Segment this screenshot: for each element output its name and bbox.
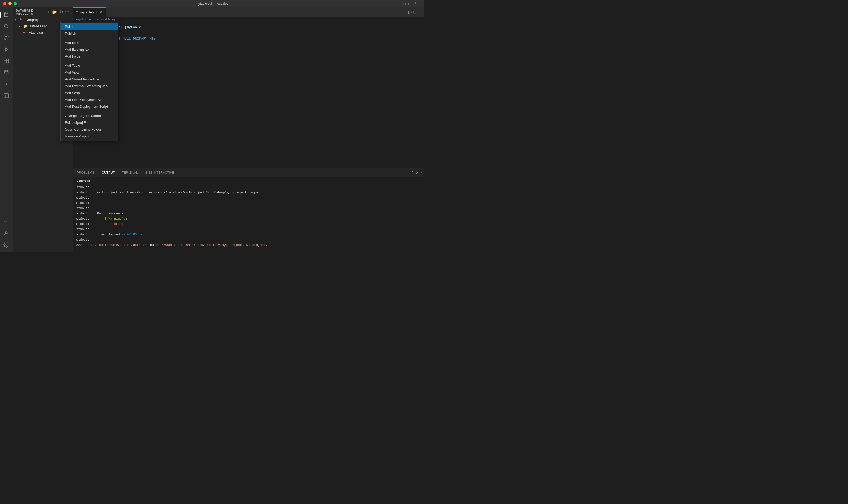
sidebar-title: DATABASE PROJECTS (16, 9, 47, 15)
breadcrumb-file[interactable]: mytable.sql (99, 18, 116, 21)
svg-rect-14 (4, 61, 6, 63)
editor-area: ≡ mytable.sql ✕ ▷ ⊞ ⋯ mydbproject › ≡ my… (73, 7, 424, 252)
menu-item-publish[interactable]: Publish (61, 30, 118, 37)
menu-item-add-post-deploy[interactable]: Add Post-Deployment Script (61, 103, 118, 110)
sql-tab-icon: ≡ (76, 10, 78, 14)
split-editor-icon[interactable]: ⊞ (408, 2, 411, 6)
database-folder-label: Database R... (29, 24, 50, 28)
activity-run-debug[interactable] (1, 44, 12, 55)
menu-item-add-table[interactable]: Add Table (61, 62, 118, 69)
svg-marker-10 (5, 48, 8, 51)
panel-output-content: ▾ OUTPUT stdout: stdout: mydbproject -> … (73, 177, 424, 252)
minimize-button[interactable] (8, 2, 12, 5)
tab-bar-actions[interactable]: ▷ ⊞ ⋯ (408, 7, 424, 17)
menu-item-add-pre-deploy[interactable]: Add Pre-Deployment Script (61, 96, 118, 103)
output-line-8: stdout: 0 Error(s) (76, 221, 421, 227)
project-icon: 🗄 (19, 18, 23, 22)
menu-item-change-platform[interactable]: Change Target Platform (61, 112, 118, 119)
panel-layout-icon[interactable]: ⊟ (403, 2, 406, 6)
menu-item-add-script[interactable]: Add Script (61, 89, 118, 96)
menu-item-add-item[interactable]: Add Item... (61, 39, 118, 46)
output-line-10: stdout: Time Elapsed 00:00:03.49 (76, 232, 421, 237)
refresh-icon[interactable]: ↻ (59, 9, 64, 15)
activity-git[interactable] (1, 79, 12, 89)
menu-item-open-folder[interactable]: Open Containing Folder (61, 126, 118, 133)
svg-rect-3 (7, 13, 8, 14)
context-menu: Build Publish Add Item... Add Existing I… (60, 22, 118, 141)
chevron-down-icon: ▾ (76, 179, 78, 184)
activity-more[interactable]: ··· (1, 216, 12, 227)
menu-item-remove-project[interactable]: Remove Project (61, 133, 118, 140)
menu-item-add-existing[interactable]: Add Existing Item... (61, 46, 118, 53)
svg-point-17 (5, 83, 7, 85)
menu-item-add-folder[interactable]: Add Folder (61, 53, 118, 60)
panel-more-icon[interactable]: › (421, 170, 422, 175)
activity-account[interactable] (1, 228, 12, 238)
output-line-5: stdout: (76, 206, 421, 211)
menu-item-add-view[interactable]: Add View (61, 69, 118, 76)
svg-rect-4 (4, 13, 7, 14)
menu-item-add-streaming-job[interactable]: Add External Streaming Job (61, 83, 118, 89)
svg-rect-18 (4, 93, 9, 98)
svg-point-21 (5, 231, 7, 233)
titlebar-right-controls[interactable]: ⊟ ⊞ ⋮⋮ (403, 2, 421, 6)
panel-actions[interactable]: ⌃ ✕ › (411, 168, 424, 177)
panel-tab-terminal[interactable]: TERMINAL (118, 168, 142, 177)
tab-mytable-sql[interactable]: ≡ mytable.sql ✕ (73, 7, 106, 17)
folder-icon: 📁 (23, 24, 28, 28)
output-line-6: stdout: Build succeeded. (76, 211, 421, 216)
close-button[interactable] (3, 2, 6, 5)
code-editor[interactable]: 1 2 3 4 5 CREATE TABLE [dbo].[mytable] (… (73, 22, 424, 168)
output-line-12: >>> "/usr/local/share/dotnet/dotnet" bui… (76, 242, 421, 248)
svg-point-7 (4, 36, 5, 37)
activity-source-control[interactable] (1, 33, 12, 43)
activity-settings[interactable] (1, 239, 12, 250)
close-panel-icon[interactable]: ✕ (416, 170, 419, 175)
menu-item-build[interactable]: Build (61, 23, 118, 30)
sidebar: DATABASE PROJECTS + 📁 ↻ ··· ▾ 🗄 mydbproj… (13, 7, 73, 252)
output-line-2: stdout: mydbproject -> /Users/scoriani/r… (76, 190, 421, 195)
output-line-7: stdout: 0 Warning(s) (76, 216, 421, 221)
code-hint: ···· (412, 47, 419, 51)
window-controls[interactable] (3, 2, 17, 5)
sidebar-header: DATABASE PROJECTS + 📁 ↻ ··· (13, 7, 73, 17)
sidebar-actions[interactable]: + 📁 ↻ ··· (47, 9, 70, 15)
activity-database[interactable] (1, 67, 12, 78)
tab-close-button[interactable]: ✕ (99, 10, 103, 14)
panel-tab-problems[interactable]: PROBLEMS (73, 168, 98, 177)
menu-separator-2 (61, 61, 118, 61)
more-actions-icon[interactable]: ⋮⋮ (413, 2, 421, 6)
activity-search[interactable] (1, 21, 12, 32)
menu-item-edit-sqlproj[interactable]: Edit .sqlproj File (61, 119, 118, 126)
breadcrumb-project[interactable]: mydbproject (76, 18, 93, 21)
panel-tab-output[interactable]: OUTPUT (98, 168, 118, 177)
svg-point-9 (4, 39, 5, 40)
output-label: OUTPUT (79, 179, 90, 184)
code-line-3: [Id] INT NOT NULL PRIMARY KEY (86, 36, 424, 42)
panel-tab-net-interactive[interactable]: .NET INTERACTIVE (142, 168, 178, 177)
menu-item-add-stored-proc[interactable]: Add Stored Procedure (61, 76, 118, 83)
more-options-icon[interactable]: ··· (65, 9, 70, 15)
svg-line-6 (7, 27, 8, 28)
activity-explorer[interactable] (1, 10, 12, 20)
svg-rect-1 (4, 13, 5, 17)
activity-extensions[interactable] (1, 56, 12, 66)
output-line-1: stdout: (76, 185, 421, 190)
svg-point-16 (4, 70, 8, 72)
maximize-button[interactable] (14, 2, 17, 5)
code-line-2: ( (86, 30, 424, 36)
maximize-panel-icon[interactable]: ⌃ (411, 170, 414, 175)
code-content[interactable]: CREATE TABLE [dbo].[mytable] ( [Id] INT … (86, 22, 424, 168)
output-section-header[interactable]: ▾ OUTPUT (76, 178, 421, 185)
svg-point-22 (5, 244, 7, 246)
output-line-11: stdout: (76, 237, 421, 242)
activity-pages[interactable] (1, 90, 12, 101)
activity-bar: ··· (0, 7, 13, 252)
run-icon[interactable]: ▷ (408, 9, 412, 15)
open-folder-icon[interactable]: 📁 (51, 9, 58, 15)
new-file-icon[interactable]: + (47, 9, 50, 15)
more-tab-actions-icon[interactable]: ⋯ (418, 10, 422, 15)
titlebar: mytable.sql — localdev ⊟ ⊞ ⋮⋮ (0, 0, 424, 7)
code-line-4: ) (86, 42, 424, 48)
split-editor-icon[interactable]: ⊞ (413, 10, 417, 15)
